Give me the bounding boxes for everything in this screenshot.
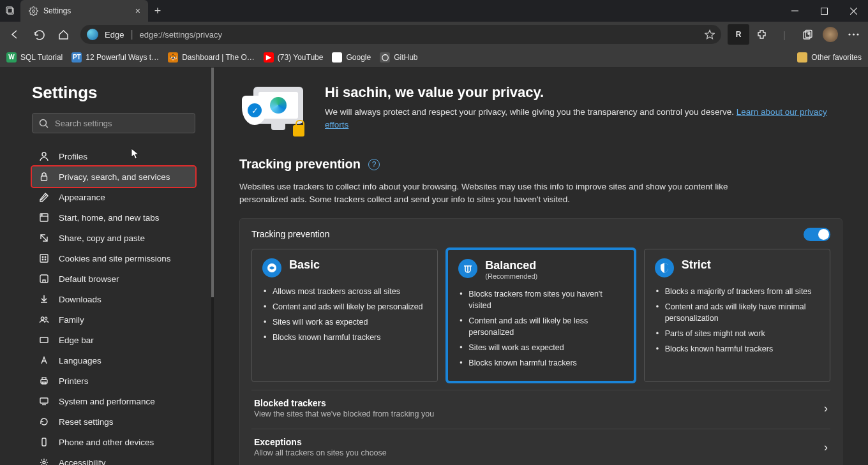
bookmark-item[interactable]: WSQL Tutorial — [6, 52, 63, 63]
sidebar-item-phone-and-other-devices[interactable]: Phone and other devices — [32, 432, 195, 452]
sidebar-item-cookies-and-site-permissions[interactable]: Cookies and site permissions — [32, 248, 195, 269]
sidebar-item-profiles[interactable]: Profiles — [32, 146, 195, 166]
svg-rect-35 — [42, 438, 46, 446]
card-bullet: Blocks known harmful trackers — [264, 330, 427, 345]
sidebar-item-languages[interactable]: Languages — [32, 350, 195, 371]
sidebar-item-start-home-and-new-tabs[interactable]: Start, home, and new tabs — [32, 207, 195, 228]
toolbar-divider: | — [774, 24, 795, 45]
more-icon[interactable] — [842, 24, 864, 45]
tracking-card-basic[interactable]: BasicAllows most trackers across all sit… — [251, 249, 438, 383]
address-separator: | — [130, 29, 133, 40]
sidebar-item-label: Languages — [59, 356, 101, 365]
bookmark-item[interactable]: PT12 Powerful Ways t… — [71, 52, 159, 63]
search-input[interactable] — [55, 119, 188, 128]
sidebar-item-icon — [38, 457, 50, 465]
blocked-trackers-row[interactable]: Blocked trackers View the sites that we'… — [251, 390, 830, 421]
sidebar-item-label: Appearance — [59, 193, 105, 202]
browser-label: Edge — [105, 30, 124, 40]
card-bullet: Parts of sites might not work — [656, 326, 819, 341]
sidebar-item-share-copy-and-paste[interactable]: Share, copy and paste — [32, 228, 195, 248]
sidebar-item-label: Reset settings — [59, 417, 114, 427]
tracking-card-strict[interactable]: StrictBlocks a majority of trackers from… — [644, 249, 830, 383]
sidebar-item-label: Cookies and site permissions — [59, 254, 171, 263]
card-title: Basic — [289, 258, 320, 272]
bookmarks-bar: WSQL TutorialPT12 Powerful Ways t…🐯Dashb… — [0, 47, 868, 68]
back-icon[interactable] — [4, 24, 26, 45]
svg-point-11 — [848, 33, 850, 35]
maximize-icon[interactable] — [809, 0, 839, 22]
browser-tab[interactable]: Settings × — [20, 0, 148, 22]
sidebar-item-family[interactable]: Family — [32, 309, 195, 330]
tab-actions-icon[interactable] — [0, 0, 20, 22]
close-window-icon[interactable] — [839, 0, 868, 22]
sidebar-item-default-browser[interactable]: Default browser — [32, 269, 195, 289]
sidebar-item-label: Default browser — [59, 274, 119, 284]
sidebar-item-downloads[interactable]: Downloads — [32, 289, 195, 309]
sidebar-item-privacy-search-and-services[interactable]: Privacy, search, and services — [32, 166, 195, 187]
sidebar-item-system-and-performance[interactable]: System and performance — [32, 391, 195, 411]
svg-point-23 — [45, 256, 46, 258]
other-favorites[interactable]: Other favorites — [797, 52, 862, 63]
bookmark-item[interactable]: ▶(73) YouTube — [264, 52, 324, 63]
sidebar-item-label: Share, copy and paste — [59, 233, 145, 243]
sidebar-item-label: System and performance — [59, 397, 155, 406]
sidebar-item-reset-settings[interactable]: Reset settings — [32, 411, 195, 432]
favorite-icon[interactable] — [705, 29, 715, 40]
exceptions-row[interactable]: Exceptions Allow all trackers on sites y… — [251, 429, 830, 460]
bookmark-item[interactable]: 🐯Dashboard | The O… — [168, 52, 255, 63]
svg-point-27 — [41, 317, 43, 320]
sidebar-item-icon — [38, 192, 50, 202]
card-title: Strict — [682, 258, 711, 272]
address-bar[interactable]: Edge | edge://settings/privacy — [80, 25, 721, 44]
row-title: Exceptions — [254, 437, 387, 447]
svg-point-13 — [857, 33, 858, 35]
row-title: Blocked trackers — [254, 398, 434, 408]
sidebar-item-label: Family — [59, 315, 84, 325]
sidebar-title: Settings — [32, 83, 214, 103]
sidebar-item-label: Start, home, and new tabs — [59, 213, 160, 223]
tab-title: Settings — [43, 6, 130, 15]
sidebar-item-edge-bar[interactable]: Edge bar — [32, 330, 195, 350]
svg-point-14 — [40, 119, 47, 126]
profile-avatar[interactable] — [819, 24, 841, 45]
sidebar-item-label: Downloads — [59, 295, 101, 304]
svg-rect-33 — [40, 398, 48, 403]
folder-icon — [797, 52, 807, 63]
card-bullet: Blocks a majority of trackers from all s… — [656, 284, 819, 299]
favicon-icon: G — [332, 52, 342, 63]
hero-body: We will always protect and respect your … — [325, 106, 842, 132]
sidebar-item-icon — [38, 151, 50, 161]
bookmark-item[interactable]: GGoogle — [332, 52, 371, 63]
minimize-icon[interactable] — [780, 0, 809, 22]
card-bullet: Content and ads will likely be less pers… — [460, 313, 623, 340]
svg-point-12 — [852, 33, 854, 35]
chevron-right-icon: › — [824, 402, 828, 415]
bookmark-label: Google — [346, 53, 371, 62]
row-desc: Allow all trackers on sites you choose — [254, 448, 387, 457]
sidebar-item-appearance[interactable]: Appearance — [32, 187, 195, 207]
tracking-section-header: Tracking prevention ? — [239, 157, 842, 172]
sidebar-item-accessibility[interactable]: Accessibility — [32, 452, 195, 465]
help-icon[interactable]: ? — [368, 159, 380, 170]
avatar-icon — [823, 27, 838, 42]
refresh-icon[interactable] — [28, 24, 50, 45]
sidebar-item-icon — [38, 376, 50, 386]
sidebar-item-icon — [38, 274, 50, 284]
new-tab-button[interactable]: + — [148, 4, 167, 18]
tracking-toggle[interactable] — [804, 228, 830, 241]
svg-point-28 — [45, 317, 47, 320]
r-menu-button[interactable]: R — [728, 24, 749, 45]
bookmark-item[interactable]: ◯GitHub — [380, 52, 417, 63]
search-settings-field[interactable] — [32, 113, 195, 133]
card-subtitle: (Recommended) — [485, 272, 537, 280]
card-bullet: Blocks known harmful trackers — [656, 341, 819, 357]
collections-icon[interactable] — [797, 24, 818, 45]
sidebar-scrollbar[interactable] — [211, 68, 214, 465]
close-tab-icon[interactable]: × — [135, 6, 140, 16]
extensions-icon[interactable] — [751, 24, 772, 45]
tracking-card-balanced[interactable]: Balanced(Recommended)Blocks trackers fro… — [447, 249, 634, 383]
sidebar-item-printers[interactable]: Printers — [32, 371, 195, 391]
settings-main: ✓ Hi sachin, we value your privacy. We w… — [214, 68, 868, 465]
home-icon[interactable] — [52, 24, 74, 45]
gear-icon — [28, 6, 38, 16]
